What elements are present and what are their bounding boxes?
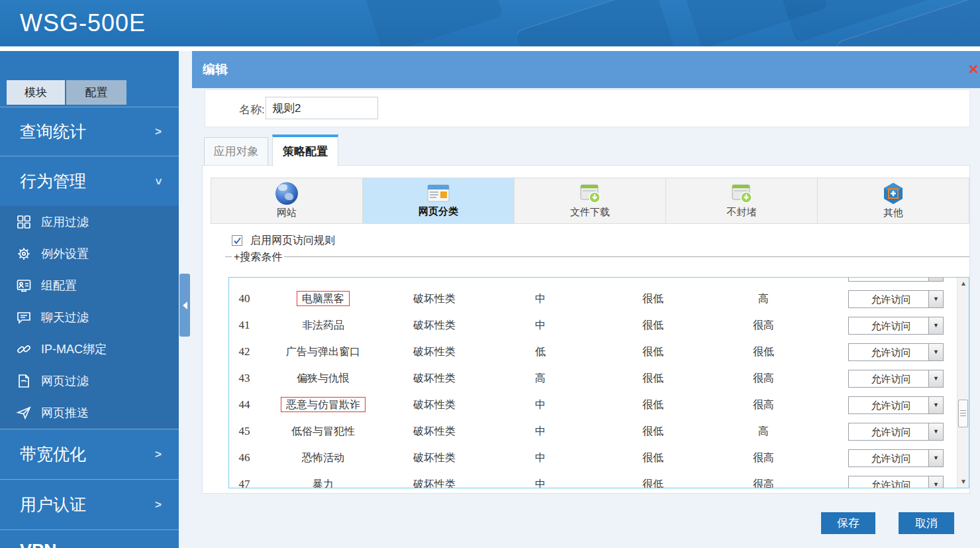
action-dropdown[interactable]: 允许访问▼ <box>848 370 944 388</box>
dropdown-arrow-icon: ▼ <box>928 476 943 489</box>
top-banner: WSG-500E <box>0 0 980 46</box>
sidebar: 模块 配置 查询统计 > 行为管理 > 应用过滤 <box>0 51 179 548</box>
table-row: 43 偏狭与仇恨 破坏性类 高 很低 很高 允许访问▼ <box>229 365 957 392</box>
wsg-500e-app: WSG-500E 模块 配置 查询统计 > 行为管理 > 应用过滤 <box>0 0 980 548</box>
dropdown-arrow-icon: ▼ <box>928 291 943 307</box>
sidebar-item-exception-settings[interactable]: 例外设置 <box>0 238 179 270</box>
webpage-category-icon <box>426 184 450 203</box>
dropdown-arrow-icon: ▼ <box>928 317 943 334</box>
category-name-highlighted: 电脑黑客 <box>297 291 350 306</box>
dropdown-arrow-icon: ▼ <box>928 423 943 440</box>
category-name: 暴力 <box>313 478 334 489</box>
category-name: 广告与弹出窗口 <box>286 346 360 357</box>
category-name: 偏狭与仇恨 <box>297 372 350 384</box>
chevron-down-icon: > <box>152 178 165 185</box>
icon-tab-web-category[interactable]: 网页分类 <box>363 178 514 223</box>
table-scrollbar[interactable]: ▲ ▼ <box>957 278 969 488</box>
cancel-button[interactable]: 取消 <box>899 512 954 534</box>
sidebar-item-ip-mac-binding[interactable]: IP-MAC绑定 <box>0 333 179 365</box>
chat-icon <box>16 309 32 325</box>
sidebar-collapse-handle[interactable] <box>179 274 190 337</box>
rule-name-input[interactable] <box>266 97 378 119</box>
dropdown-arrow-icon: ▼ <box>928 344 943 360</box>
sidebar-group-vpn[interactable]: VPN <box>0 529 179 548</box>
chevron-right-icon: > <box>155 448 162 461</box>
table-row: 44 恶意与仿冒欺诈 破坏性类 中 很低 很高 允许访问▼ <box>229 392 957 418</box>
behavior-submenu: 应用过滤 例外设置 组配置 聊天过滤 <box>0 206 179 429</box>
dropdown-arrow-icon: ▼ <box>928 370 943 387</box>
sidebar-item-group-config[interactable]: 组配置 <box>0 270 179 301</box>
icon-tab-no-block[interactable]: 不封堵 <box>666 178 818 223</box>
category-name: 低俗与冒犯性 <box>291 425 355 437</box>
fieldset-line <box>225 256 969 257</box>
page-icon <box>16 373 32 389</box>
category-name: 恐怖活动 <box>302 452 344 463</box>
sidebar-tabs: 模块 配置 <box>7 80 128 105</box>
table-row: 46 恐怖活动 破坏性类 中 很低 很高 允许访问▼ <box>229 445 957 471</box>
close-icon[interactable]: × <box>969 60 979 78</box>
action-dropdown[interactable]: 允许访问▼ <box>848 317 944 335</box>
sidebar-group-behavior-mgmt[interactable]: 行为管理 > <box>0 156 179 206</box>
globe-icon <box>275 182 298 205</box>
action-dropdown[interactable]: 允许访问▼ <box>848 343 944 361</box>
action-dropdown[interactable]: 允许访问▼ <box>848 449 944 467</box>
sidebar-item-web-filter[interactable]: 网页过滤 <box>0 365 179 397</box>
icon-tab-website[interactable]: 网站 <box>211 178 363 223</box>
name-label: 名称: <box>239 102 265 117</box>
chevron-right-icon: > <box>155 125 162 138</box>
edit-dialog-header: 编辑 × <box>192 51 980 88</box>
id-card-icon <box>16 278 32 294</box>
scrollbar-thumb[interactable] <box>958 400 968 427</box>
chevron-right-icon: > <box>155 498 162 512</box>
category-icon-tabs: 网站 网页分类 文件下载 <box>211 178 969 224</box>
banner-divider <box>0 46 980 51</box>
file-download-icon <box>578 183 602 204</box>
tab-policy-config[interactable]: 策略配置 <box>272 135 338 166</box>
check-icon <box>233 237 242 245</box>
sidebar-item-app-filter[interactable]: 应用过滤 <box>0 206 179 238</box>
action-dropdown[interactable]: 允许访问▼ <box>848 277 944 282</box>
table-row: 45 低俗与冒犯性 破坏性类 中 很低 高 允许访问▼ <box>229 418 957 445</box>
table-row: 破坏性类 很低 很高 允许访问▼ <box>229 277 957 286</box>
dropdown-arrow-icon: ▼ <box>928 397 943 413</box>
category-name: 非法药品 <box>302 319 344 331</box>
enable-rule-checkbox[interactable] <box>232 235 242 246</box>
action-dropdown[interactable]: 允许访问▼ <box>848 290 944 308</box>
table-row: 47 暴力 破坏性类 中 很低 很高 允许访问▼ <box>229 471 957 488</box>
chevron-left-icon <box>183 301 187 309</box>
category-name-highlighted: 恶意与仿冒欺诈 <box>281 397 366 412</box>
dropdown-arrow-icon: ▼ <box>928 450 943 466</box>
grid-icon <box>16 214 32 230</box>
sidebar-item-chat-filter[interactable]: 聊天过滤 <box>0 301 179 333</box>
save-button[interactable]: 保存 <box>821 512 875 534</box>
tab-apply-objects[interactable]: 应用对象 <box>204 137 268 166</box>
sidebar-item-web-push[interactable]: 网页推送 <box>0 397 179 429</box>
scroll-down-icon[interactable]: ▼ <box>957 476 969 488</box>
search-conditions-legend[interactable]: +搜索条件 <box>232 250 284 264</box>
other-hexagon-icon <box>882 182 905 205</box>
table-rows: 破坏性类 很低 很高 允许访问▼ 40 电脑黑客 破坏性类 中 很低 高 允许访… <box>229 277 957 488</box>
tab-module[interactable]: 模块 <box>7 80 65 105</box>
app-title: WSG-500E <box>20 9 146 37</box>
table-row: 40 电脑黑客 破坏性类 中 很低 高 允许访问▼ <box>229 286 957 312</box>
gear-icon <box>16 246 32 262</box>
scroll-up-icon[interactable]: ▲ <box>957 278 969 290</box>
action-dropdown[interactable]: 允许访问▼ <box>848 423 944 441</box>
enable-rule-row: 启用网页访问规则 <box>232 234 335 247</box>
category-table: 破坏性类 很低 很高 允许访问▼ 40 电脑黑客 破坏性类 中 很低 高 允许访… <box>228 277 969 488</box>
send-icon <box>16 405 32 421</box>
action-dropdown[interactable]: 允许访问▼ <box>848 396 944 414</box>
enable-rule-label: 启用网页访问规则 <box>250 234 335 248</box>
sidebar-group-user-auth[interactable]: 用户认证 > <box>0 479 179 529</box>
dialog-title: 编辑 <box>203 51 228 88</box>
action-dropdown[interactable]: 允许访问▼ <box>848 476 944 489</box>
icon-tab-other[interactable]: 其他 <box>818 178 969 223</box>
link-icon <box>16 341 32 357</box>
sidebar-group-query-stats[interactable]: 查询统计 > <box>0 107 179 156</box>
table-row: 42 广告与弹出窗口 破坏性类 低 很低 很低 允许访问▼ <box>229 339 957 365</box>
no-block-icon <box>730 183 754 204</box>
table-row: 41 非法药品 破坏性类 中 很低 很高 允许访问▼ <box>229 312 957 339</box>
tab-config[interactable]: 配置 <box>66 80 126 105</box>
sidebar-group-bandwidth[interactable]: 带宽优化 > <box>0 429 179 479</box>
icon-tab-file-download[interactable]: 文件下载 <box>514 178 666 223</box>
